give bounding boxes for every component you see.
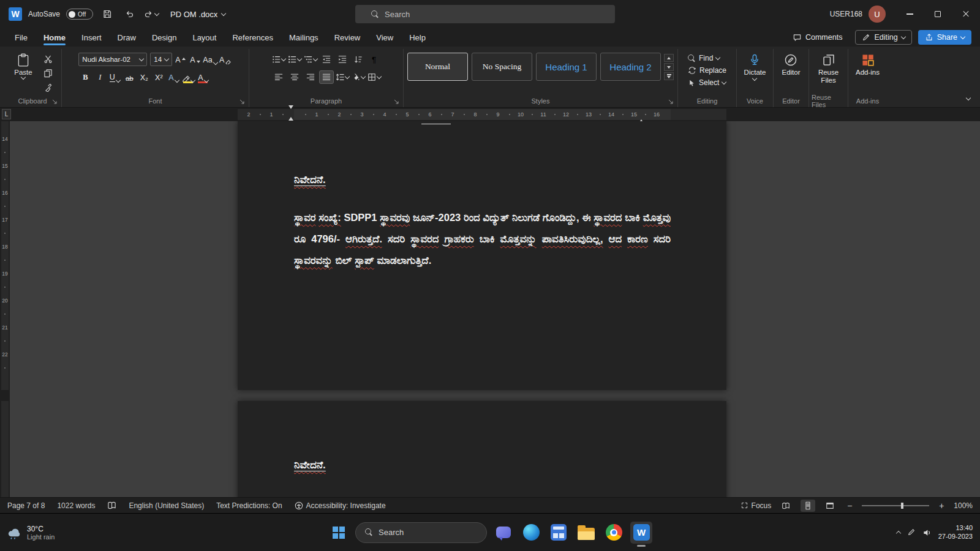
italic-button[interactable]: I: [93, 70, 107, 84]
comments-button[interactable]: Comments: [786, 30, 849, 45]
chat-icon[interactable]: [492, 522, 514, 544]
clock-widget[interactable]: 13:40 27-09-2023: [938, 523, 973, 542]
zoom-slider-thumb[interactable]: [901, 503, 903, 509]
bullets-button[interactable]: [271, 53, 286, 66]
edge-icon[interactable]: [520, 522, 542, 544]
file-explorer-icon[interactable]: [575, 522, 597, 544]
word-count[interactable]: 1022 words: [57, 501, 95, 510]
undo-button[interactable]: [121, 6, 137, 22]
styles-dialog-launcher[interactable]: [668, 99, 674, 105]
style-normal[interactable]: Normal: [407, 53, 468, 81]
font-name-select[interactable]: Nudi Akshar-02: [78, 53, 147, 66]
tab-references[interactable]: References: [226, 30, 279, 45]
change-case-button[interactable]: Aa: [203, 53, 217, 66]
replace-button[interactable]: Replace: [688, 66, 726, 75]
pen-tray-button[interactable]: [907, 528, 916, 537]
word-logo-icon[interactable]: W: [9, 7, 22, 21]
superscript-button[interactable]: X²: [152, 70, 165, 84]
shrink-font-button[interactable]: A: [188, 53, 202, 66]
maximize-button[interactable]: [924, 0, 952, 28]
document-page-8[interactable]: ನಿವೇದನೆ.: [238, 401, 726, 497]
volume-tray-button[interactable]: [922, 528, 932, 537]
autosave-toggle[interactable]: Off: [66, 9, 93, 20]
tab-layout[interactable]: Layout: [186, 30, 222, 45]
calculator-icon[interactable]: [548, 522, 570, 544]
collapse-ribbon-button[interactable]: [960, 92, 976, 105]
style-heading-2[interactable]: Heading 2: [600, 53, 661, 81]
accessibility-status[interactable]: Accessibility: Investigate: [295, 501, 386, 510]
style-heading-1[interactable]: Heading 1: [536, 53, 597, 81]
tab-home[interactable]: Home: [37, 30, 72, 45]
styles-scroll-up-button[interactable]: [664, 54, 674, 62]
tab-help[interactable]: Help: [403, 30, 432, 45]
zoom-slider[interactable]: [862, 505, 929, 506]
underline-button[interactable]: U: [108, 70, 121, 84]
tab-review[interactable]: Review: [328, 30, 367, 45]
reuse-files-button[interactable]: Reuse Files: [813, 50, 845, 84]
weather-widget[interactable]: 30°C Light rain: [6, 525, 55, 541]
taskbar-search[interactable]: Search: [355, 522, 487, 543]
sort-button[interactable]: [351, 53, 366, 66]
editor-button[interactable]: Editor: [782, 50, 800, 77]
document-canvas[interactable]: 141516171819202122 ನಿವೇದನೆ. ಸ್ಥಾವರ ಸಂಖ್ಯ…: [0, 121, 980, 497]
hanging-indent-marker[interactable]: [288, 107, 293, 118]
start-button[interactable]: [328, 522, 350, 544]
align-left-button[interactable]: [271, 70, 286, 84]
tab-design[interactable]: Design: [146, 30, 183, 45]
multilevel-list-button[interactable]: [303, 53, 318, 66]
proofing-status[interactable]: [107, 501, 116, 510]
addins-button[interactable]: Add-ins: [856, 50, 880, 77]
clear-formatting-button[interactable]: A: [219, 53, 232, 66]
web-layout-button[interactable]: [823, 500, 837, 512]
chrome-icon[interactable]: [603, 522, 625, 544]
share-button[interactable]: Share: [918, 30, 971, 45]
zoom-level[interactable]: 100%: [954, 501, 973, 510]
subscript-button[interactable]: X₂: [137, 70, 151, 84]
dictate-button[interactable]: Dictate: [744, 50, 766, 80]
redo-button[interactable]: [143, 6, 159, 22]
read-mode-button[interactable]: [778, 500, 793, 512]
print-layout-button[interactable]: [801, 500, 815, 512]
find-button[interactable]: Find: [688, 54, 720, 62]
search-box[interactable]: Search: [355, 5, 615, 23]
document-title[interactable]: PD OM .docx: [170, 10, 225, 19]
tray-chevron-button[interactable]: [897, 530, 900, 535]
font-size-select[interactable]: 14: [150, 53, 172, 66]
align-center-button[interactable]: [287, 70, 302, 84]
copy-button[interactable]: [40, 67, 56, 79]
shading-button[interactable]: [351, 70, 366, 84]
close-button[interactable]: [952, 0, 980, 28]
grow-font-button[interactable]: A: [173, 53, 187, 66]
numbering-button[interactable]: [287, 53, 302, 66]
paste-button[interactable]: Paste: [9, 50, 37, 79]
style-no-spacing[interactable]: No Spacing: [472, 53, 532, 81]
tab-mailings[interactable]: Mailings: [283, 30, 325, 45]
focus-mode-button[interactable]: Focus: [741, 501, 772, 510]
tab-draw[interactable]: Draw: [111, 30, 142, 45]
justify-button[interactable]: [319, 70, 334, 84]
zoom-in-button[interactable]: +: [937, 501, 946, 511]
increase-indent-button[interactable]: [335, 53, 350, 66]
show-formatting-button[interactable]: ¶: [367, 53, 382, 66]
minimize-button[interactable]: [895, 0, 924, 28]
language-selector[interactable]: English (United States): [129, 501, 204, 510]
decrease-indent-button[interactable]: [319, 53, 334, 66]
tab-view[interactable]: View: [370, 30, 399, 45]
line-spacing-button[interactable]: [335, 70, 350, 84]
right-indent-marker[interactable]: [639, 109, 644, 120]
bold-button[interactable]: B: [78, 70, 92, 84]
save-button[interactable]: [99, 6, 115, 22]
borders-button[interactable]: [367, 70, 382, 84]
word-taskbar-icon[interactable]: W: [630, 522, 652, 544]
clipboard-dialog-launcher[interactable]: [51, 99, 58, 105]
font-dialog-launcher[interactable]: [239, 99, 245, 105]
align-right-button[interactable]: [303, 70, 318, 84]
tab-insert[interactable]: Insert: [75, 30, 108, 45]
highlight-button[interactable]: [181, 70, 195, 84]
text-effects-button[interactable]: A: [167, 70, 180, 84]
styles-more-button[interactable]: [664, 72, 674, 80]
text-predictions[interactable]: Text Predictions: On: [216, 501, 282, 510]
strikethrough-button[interactable]: ab: [123, 70, 136, 84]
zoom-out-button[interactable]: −: [845, 501, 854, 511]
paragraph-dialog-launcher[interactable]: [393, 99, 399, 105]
